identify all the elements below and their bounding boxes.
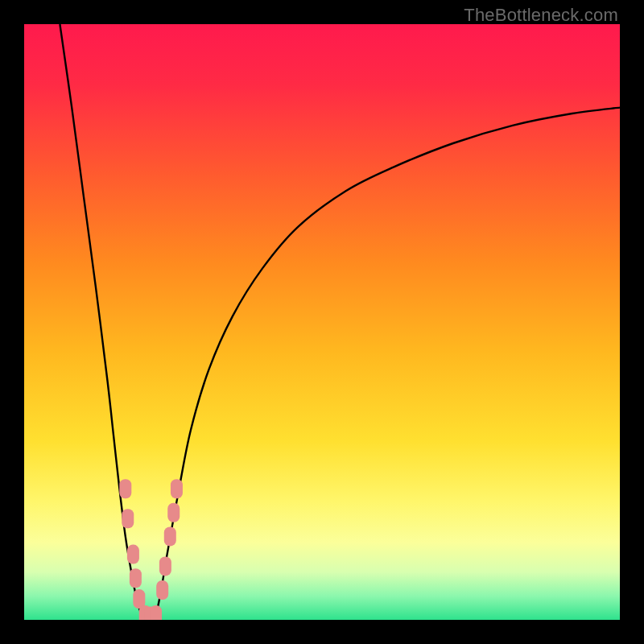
left-curve	[60, 24, 143, 620]
plot-area	[24, 24, 620, 620]
marker-pill	[130, 568, 142, 588]
marker-pill	[167, 503, 180, 522]
marker-pill	[159, 556, 171, 576]
marker-pill	[150, 605, 162, 620]
marker-pill	[156, 580, 168, 600]
marker-pill	[127, 545, 139, 564]
right-curve	[155, 108, 620, 620]
marker-pill	[171, 479, 183, 498]
highlighted-points	[119, 479, 183, 620]
marker-pill	[164, 526, 176, 546]
marker-pill	[119, 479, 131, 498]
marker-pill	[122, 509, 134, 528]
chart-frame: TheBottleneck.com	[0, 0, 644, 644]
chart-canvas	[24, 24, 620, 620]
watermark-text: TheBottleneck.com	[464, 5, 618, 26]
